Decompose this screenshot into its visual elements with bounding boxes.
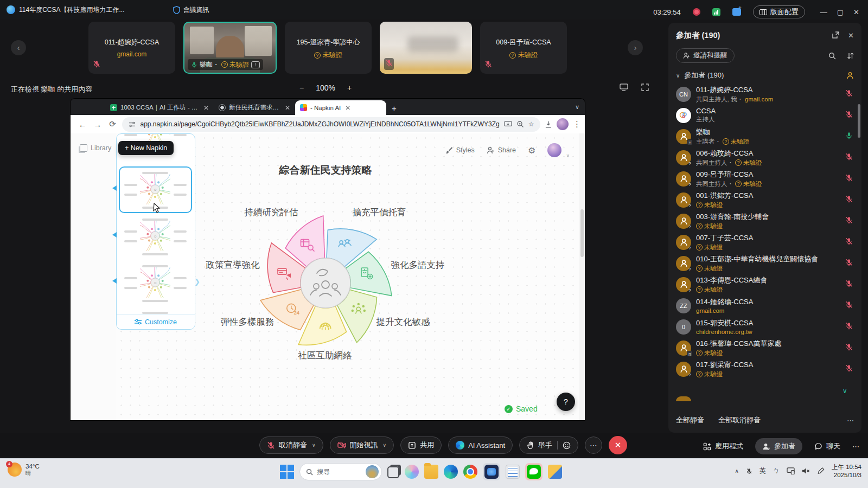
diagram-center[interactable] (301, 258, 350, 308)
meeting-info-button[interactable]: 會議資訊 (183, 5, 209, 15)
taskbar-weather-widget[interactable]: 4 34°C晴 (8, 463, 40, 477)
tray-chevron-icon[interactable]: ∧ (735, 468, 739, 474)
panel-close-icon[interactable]: ✕ (848, 31, 854, 40)
mic-muted-icon[interactable] (845, 322, 854, 332)
participant-row[interactable]: 0015-郭安棋-CCSAchildrenhome.org.tw (676, 316, 854, 337)
forward-button[interactable]: → (92, 120, 103, 129)
variant-marker-icon[interactable] (112, 232, 117, 237)
browser-menu-icon[interactable]: ⋮ (573, 119, 578, 129)
back-button[interactable]: ← (77, 120, 88, 129)
participant-row[interactable]: ↑樂咖主講者・?未驗證 (676, 126, 854, 147)
tab-list-chevron-icon[interactable]: ∨ (575, 104, 579, 111)
mic-muted-icon[interactable] (845, 153, 854, 163)
mic-muted-icon[interactable] (845, 216, 854, 226)
notes-app-icon[interactable] (506, 465, 520, 479)
chevron-down-icon[interactable]: ∨ (312, 442, 316, 448)
participant-row[interactable]: ZZ014-鍾銘瑜-CCSAgmail.com (676, 295, 854, 316)
share-screen-button[interactable]: 共用 (400, 436, 442, 454)
unmute-all-button[interactable]: 全部取消靜音 (718, 415, 761, 425)
participant-row[interactable]: CN011-趙婉婷-CCSA共同主持人, 我・gmail.com (676, 84, 854, 105)
fullscreen-icon[interactable] (641, 84, 649, 91)
participant-row[interactable]: ?013-李傳恩-CCSA總會?未驗證 (676, 274, 854, 295)
minimize-button[interactable]: — (820, 8, 827, 16)
segment-label[interactable]: 社區互助網絡 (298, 350, 352, 362)
page-scrollbar-thumb[interactable] (580, 209, 584, 257)
mic-muted-icon[interactable] (845, 301, 854, 311)
segment-label[interactable]: 政策宣導強化 (206, 259, 260, 271)
speaker-muted-icon[interactable] (802, 467, 810, 474)
chat-panel-button[interactable]: 聊天 (814, 441, 840, 451)
variant-thumbnail[interactable]: ☺ (120, 214, 191, 259)
avatar-chevron-icon[interactable]: ∨ (566, 153, 570, 158)
segment-label[interactable]: 強化多語支持 (391, 259, 445, 271)
close-button[interactable]: ✕ (853, 8, 859, 16)
variant-thumbnail[interactable]: ☺ (120, 261, 191, 305)
browser-tab-napkin[interactable]: - Napkin AI ✕ (295, 100, 386, 115)
variant-marker-icon[interactable] (112, 185, 117, 191)
mic-muted-icon[interactable] (845, 174, 854, 184)
ime-language-indicator[interactable]: 英 (760, 466, 766, 476)
more-options-icon[interactable]: ⋯ (847, 416, 854, 425)
styles-button[interactable]: Styles (445, 146, 475, 154)
emoji-icon[interactable] (563, 441, 571, 450)
segment-label[interactable]: 提升文化敏感 (376, 316, 430, 328)
segment-label[interactable]: 擴充平價托育 (353, 207, 406, 219)
participant-row[interactable]: ?010-王郁潔-中華育幼機構兒童關懷協會?未驗證 (676, 253, 854, 274)
download-icon[interactable] (545, 120, 552, 129)
mic-muted-icon[interactable] (845, 343, 854, 353)
variant-thumbnail[interactable]: ☺ (120, 307, 191, 314)
apps-panel-button[interactable]: 應用程式 (703, 441, 743, 451)
install-app-icon[interactable] (504, 121, 512, 128)
share-button[interactable]: Share (487, 146, 516, 154)
participant-row[interactable]: ▯016-張馨瑋-CCSA萬華家處?未驗證 (676, 337, 854, 358)
line-app-icon[interactable] (527, 465, 541, 479)
variant-marker-icon[interactable] (112, 278, 117, 284)
maximize-button[interactable]: ▢ (837, 8, 844, 16)
help-button[interactable]: ? (557, 393, 575, 411)
reload-button[interactable]: ⟳ (107, 119, 118, 129)
copilot-icon[interactable] (405, 465, 419, 479)
address-bar[interactable]: app.napkin.ai/page/CgoiCHByb2Qtb25lEiwKB… (122, 117, 540, 132)
tab-close-icon[interactable]: ✕ (345, 104, 350, 112)
pop-out-icon[interactable] (832, 31, 839, 38)
scroll-more-chevron-icon[interactable]: ∨ (842, 387, 847, 395)
participant-row[interactable]: ?001-洪錦芳-CCSA?未驗證 (676, 189, 854, 210)
zoom-page-icon[interactable] (516, 120, 524, 128)
new-tab-button[interactable]: + (392, 104, 397, 113)
ai-logo-button[interactable]: AI Assistant (448, 436, 513, 454)
strip-next-button[interactable]: › (628, 40, 643, 55)
line-app-icon-wrap[interactable] (525, 463, 542, 480)
participant-row[interactable]: ?009-呂予瑄-CCSA共同主持人・?未驗證 (676, 168, 854, 189)
taskbar-search[interactable]: 搜尋 (299, 463, 382, 480)
shortcut-app-icon[interactable] (548, 465, 562, 479)
participant-row[interactable]: CCSA主持人 (676, 105, 854, 126)
chevron-down-icon[interactable]: ∨ (383, 442, 387, 448)
meeting-app-icon-wrap[interactable] (483, 463, 500, 480)
segment-label[interactable]: 彈性多樣服務 (221, 316, 275, 328)
library-button[interactable]: Library (80, 144, 111, 152)
more-panels-button[interactable]: ⋯ (852, 442, 859, 451)
tab-close-icon[interactable]: ✕ (285, 104, 290, 112)
video-tile-placeholder[interactable]: 011-趙婉婷-CCSAgmail.com (88, 22, 175, 74)
meeting-app-icon[interactable] (484, 465, 499, 479)
participants-panel-button[interactable]: 參加者 (755, 438, 802, 454)
tab-close-icon[interactable]: ✕ (203, 104, 209, 112)
page-scrollbar[interactable] (579, 133, 585, 420)
search-icon[interactable] (828, 52, 836, 60)
mic-muted-icon[interactable] (845, 195, 854, 205)
more-tools-button[interactable]: ⋯ (585, 436, 602, 454)
leave-meeting-button[interactable]: ✕ (609, 436, 627, 454)
browser-profile-avatar[interactable] (557, 118, 569, 130)
bookmark-star-icon[interactable]: ☆ (528, 120, 534, 128)
cam-off-button[interactable]: 開始視訊∨ (330, 436, 394, 454)
ime-mode-indicator[interactable]: ㄅ (773, 466, 780, 476)
video-tile-active-speaker[interactable]: 樂咖・?未驗證↑ (183, 22, 277, 74)
browser-tab-sheets[interactable]: 1003 CCSA｜AI 工作坊 - Goo... ✕ (105, 100, 214, 115)
chrome-icon[interactable] (463, 465, 477, 479)
mic-muted-icon[interactable] (845, 237, 854, 247)
mic-muted-icon[interactable] (845, 259, 854, 268)
cast-display-icon[interactable] (787, 467, 795, 474)
raise-hand-button[interactable]: 舉手 (519, 436, 578, 454)
napkin-avatar[interactable] (547, 143, 561, 157)
pop-out-view-icon[interactable] (620, 84, 628, 91)
